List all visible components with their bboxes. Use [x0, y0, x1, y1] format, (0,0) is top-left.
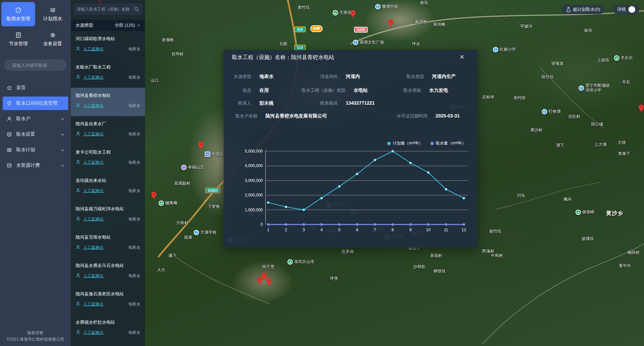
water-source-type: 地表水: [128, 103, 140, 109]
chart-tick-label: 10: [426, 228, 431, 232]
chart-data-point: [445, 188, 447, 190]
road-badge-g235: G235: [354, 27, 368, 33]
app-tile-label: 计划用水: [43, 16, 62, 22]
sidebar-item-1[interactable]: 首页: [3, 81, 68, 95]
monitor-type-link[interactable]: 人工监测点: [83, 103, 104, 109]
station-list-item[interactable]: 陆河县激石溪老区水电站人工监测点地表水: [71, 286, 145, 315]
map-place-label: 沙和肚: [413, 264, 425, 270]
map-poi-purple-icon: ⌂幸福山庄: [181, 165, 204, 170]
station-list-item[interactable]: 友能水厂取水工程人工监测点地表水: [71, 59, 145, 88]
field-label: 水源类型: [224, 74, 251, 80]
sidebar-item-3[interactable]: 取水户: [3, 112, 68, 126]
monitor-type-link[interactable]: 人工监测点: [83, 273, 104, 279]
map-poi-label: 羊石尖: [621, 56, 633, 60]
field-label: 许可证过期时间: [382, 113, 427, 119]
station-meta: 人工监测点地表水: [76, 75, 140, 80]
legend-item[interactable]: 取水量（m³/年）: [430, 140, 466, 146]
monitor-type-link[interactable]: 人工监测点: [83, 131, 104, 137]
red-pin-marker[interactable]: [639, 104, 644, 112]
red-pin-marker[interactable]: [151, 191, 157, 199]
sidebar-search-input[interactable]: [12, 63, 63, 68]
map-place-label: 山口: [150, 78, 159, 83]
monitor-person-icon: [76, 330, 82, 336]
monitor-person-icon: [76, 75, 82, 80]
red-pin-marker[interactable]: [388, 19, 394, 27]
monitor-type-link[interactable]: 人工监测点: [83, 216, 104, 222]
chart-tick-label: 12: [461, 228, 466, 232]
station-search-box[interactable]: [74, 3, 142, 15]
monitor-type-link[interactable]: 人工监测点: [83, 188, 104, 194]
station-list-item[interactable]: 麦卡公司取水工程人工监测点地表水: [71, 144, 145, 173]
filter-value-dropdown[interactable]: 全部 (125): [115, 22, 140, 28]
sidebar-item-label: 水资源计费: [16, 162, 57, 168]
map-place-label: 大排: [618, 140, 626, 145]
map-place-label: 陈屋: [184, 235, 192, 240]
station-list-item[interactable]: 陆河县南万镇杞洋水电站人工监测点地表水: [71, 201, 145, 230]
monitor-type-link[interactable]: 人工监测点: [83, 160, 104, 165]
plan-icon: [7, 147, 12, 153]
map-place-label: 上岗坑: [597, 57, 609, 63]
field-value: 在用: [259, 87, 295, 94]
red-pin-marker[interactable]: [350, 10, 356, 18]
map-poi-green-icon: ▲东坑尖山寺: [287, 259, 314, 265]
sidebar-item-6[interactable]: 水资源计费: [3, 159, 68, 172]
map-poi-label: 烧香嶂: [582, 210, 594, 215]
red-pin-marker[interactable]: [257, 277, 263, 285]
monitor-person-icon: [76, 273, 82, 279]
map-place-label: 芋陂洋: [520, 24, 532, 29]
detail-label: 详情: [617, 6, 626, 12]
app-tile-3[interactable]: 节水管理: [1, 27, 35, 51]
field-label: 河道内外: [317, 74, 338, 80]
monitor-type-link[interactable]: 人工监测点: [83, 301, 104, 307]
station-list-item[interactable]: 东坑镇自来水站人工监测点地表水: [71, 173, 145, 201]
sidebar-item-label: 首页: [16, 85, 64, 91]
map-poi-label: 打铁塘: [549, 109, 561, 114]
monitor-person-icon: [76, 160, 82, 165]
station-list-item[interactable]: 水唇镇水栏肚水电站人工监测点地表水: [71, 315, 145, 343]
field-label: 取水类型: [396, 74, 424, 80]
station-list-item[interactable]: 陆河县水唇走马石水电站人工监测点地表水: [71, 258, 145, 286]
detail-toggle-switch[interactable]: [628, 6, 635, 13]
legend-item[interactable]: 计划量（m³/年）: [387, 140, 423, 146]
sidebar-item-2[interactable]: 取水口GIS信息管理: [3, 97, 68, 110]
station-list-item[interactable]: 陆河县宝塔水电站人工监测点地表水: [71, 230, 145, 258]
legend-dot: [430, 142, 434, 145]
station-meta: 人工监测点地表水: [76, 301, 140, 307]
over-plan-alert-pill[interactable]: 超计划取水(0): [562, 5, 604, 14]
monitor-type-link[interactable]: 人工监测点: [83, 245, 104, 250]
detail-toggle-pill[interactable]: 详情: [613, 5, 639, 14]
app-tile-1[interactable]: 取用水管理: [1, 2, 35, 26]
chart-data-point: [374, 223, 376, 225]
monitor-type-link[interactable]: 人工监测点: [83, 75, 104, 80]
close-icon[interactable]: ✕: [459, 54, 465, 60]
red-pin-marker[interactable]: [266, 278, 272, 286]
station-meta: 人工监测点地表水: [76, 46, 140, 52]
chart-data-point: [427, 223, 429, 225]
station-list-item[interactable]: 陆河县自来水厂人工监测点地表水: [71, 116, 145, 144]
map-place-label: 甘坪村: [171, 51, 184, 57]
field-label: 状态: [224, 87, 251, 94]
chart-tick-label: 6: [356, 228, 358, 232]
sidebar-item-5[interactable]: 取水计划: [3, 143, 68, 157]
station-search-input[interactable]: [77, 7, 134, 11]
red-pin-marker[interactable]: [198, 141, 204, 149]
app-tile-4[interactable]: 业务设置: [36, 27, 69, 51]
sidebar-search-box[interactable]: [4, 59, 67, 71]
monitor-type-link[interactable]: 人工监测点: [83, 330, 104, 336]
map-poi-green-icon: ▲天珠顶: [333, 10, 352, 16]
water-source-type: 地表水: [128, 301, 140, 307]
sidebar-item-4[interactable]: 取水设置: [3, 128, 68, 141]
station-list-item[interactable]: 河口镇唱歌潭水电站人工监测点地表水: [71, 31, 145, 59]
monitor-person-icon: [76, 216, 82, 222]
monitor-type-link[interactable]: 人工监测点: [83, 46, 104, 52]
chart-data-point: [285, 206, 287, 208]
chevron-down-icon: [61, 132, 64, 137]
monitor-person-icon: [76, 131, 82, 137]
station-list-item[interactable]: 陆河县青硿水电站人工监测点地表水: [71, 88, 145, 116]
billing-icon: [7, 163, 12, 168]
water-source-type: 地表水: [128, 216, 140, 222]
user-icon: [7, 116, 12, 122]
app-tile-2[interactable]: 计划用水: [36, 2, 69, 26]
flask-icon: [566, 7, 571, 12]
map-poi-label: 墩塘学校: [382, 4, 398, 9]
